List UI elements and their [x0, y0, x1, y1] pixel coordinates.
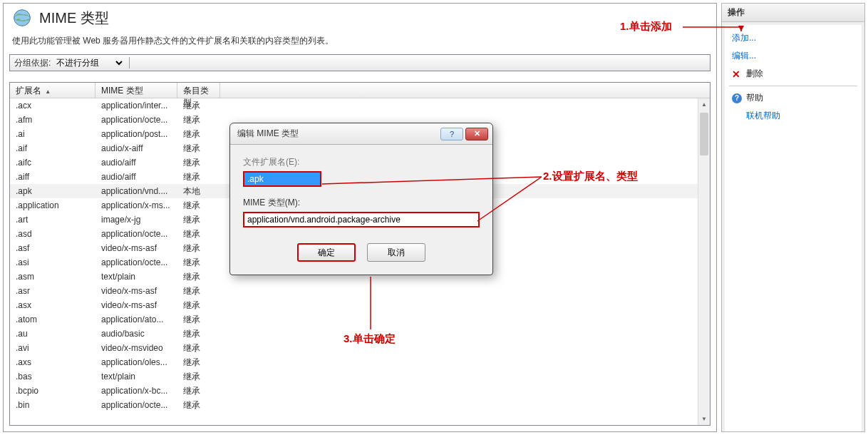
action-help[interactable]: ? 帮助: [729, 89, 857, 107]
action-add[interactable]: 添加...: [729, 29, 857, 47]
cell-ext: .axs: [10, 356, 95, 369]
action-delete[interactable]: ✕ 删除: [729, 65, 857, 83]
svg-point-0: [14, 10, 31, 26]
ok-button[interactable]: 确定: [297, 243, 356, 262]
grouping-select[interactable]: 不进行分组: [53, 57, 125, 68]
cell-type: 继承: [177, 141, 220, 156]
actions-panel: 操作 添加... 编辑... ✕ 删除 ? 帮助 联机帮助: [721, 3, 865, 432]
cell-ext: .avi: [10, 342, 95, 354]
cell-type: 本地: [177, 184, 220, 199]
cell-type: 继承: [177, 312, 220, 327]
cancel-button[interactable]: 取消: [367, 243, 425, 262]
cell-type: 继承: [177, 327, 220, 342]
cell-type: 继承: [177, 298, 220, 313]
cell-type: 继承: [177, 384, 220, 399]
grouping-bar: 分组依据: 不进行分组: [9, 54, 711, 71]
cell-ext: .afm: [10, 113, 95, 126]
vertical-scrollbar[interactable]: ▲ ▼: [698, 98, 710, 425]
table-row[interactable]: .asrvideo/x-ms-asf继承: [10, 284, 710, 298]
cell-mime: text/plain: [95, 270, 177, 283]
ext-field-input[interactable]: [243, 171, 321, 187]
cell-mime: audio/aiff: [95, 156, 177, 169]
dialog-titlebar[interactable]: 编辑 MIME 类型 ? ✕: [230, 123, 492, 145]
cell-ext: .ai: [10, 128, 95, 140]
table-row[interactable]: .acxapplication/inter...继承: [10, 98, 710, 113]
actions-title: 操作: [722, 4, 864, 22]
dialog-body: 文件扩展名(E): MIME 类型(M): 确定 取消: [230, 145, 492, 275]
cell-ext: .asf: [10, 242, 95, 255]
cell-type: 继承: [177, 198, 220, 213]
ext-field-label: 文件扩展名(E):: [243, 156, 480, 168]
scroll-thumb[interactable]: [700, 113, 708, 155]
cell-mime: application/octe...: [95, 113, 177, 126]
action-delete-label: 删除: [746, 68, 763, 80]
table-row[interactable]: .bastext/plain继承: [10, 369, 710, 384]
column-mime[interactable]: MIME 类型: [95, 83, 177, 98]
mime-field-label: MIME 类型(M):: [243, 197, 480, 209]
table-row[interactable]: .bcpioapplication/x-bc...继承: [10, 384, 710, 398]
action-online-help-label: 联机帮助: [746, 110, 780, 122]
cell-mime: video/x-ms-asf: [95, 285, 177, 297]
cell-type: 继承: [177, 255, 220, 270]
cell-ext: .asi: [10, 256, 95, 269]
table-row[interactable]: .binapplication/octe...继承: [10, 398, 710, 412]
cell-mime: audio/x-aiff: [95, 142, 177, 155]
column-type[interactable]: 条目类型: [177, 83, 220, 98]
page-header: MIME 类型: [4, 4, 716, 32]
table-row[interactable]: .auaudio/basic继承: [10, 327, 710, 341]
page-title: MIME 类型: [39, 9, 109, 28]
cell-type: 继承: [177, 284, 220, 299]
cell-ext: .au: [10, 327, 95, 340]
cell-type: 继承: [177, 369, 220, 384]
table-row[interactable]: .axsapplication/oles...继承: [10, 355, 710, 369]
cell-mime: video/x-ms-asf: [95, 242, 177, 255]
cell-mime: video/x-ms-asf: [95, 299, 177, 312]
separator: [729, 86, 857, 86]
cell-mime: audio/aiff: [95, 170, 177, 183]
cell-ext: .bas: [10, 370, 95, 383]
page-description: 使用此功能管理被 Web 服务器用作静态文件的文件扩展名和关联的内容类型的列表。: [4, 32, 716, 54]
cell-mime: image/x-jg: [95, 213, 177, 226]
cell-mime: application/oles...: [95, 356, 177, 369]
cell-mime: text/plain: [95, 370, 177, 383]
cell-mime: application/x-ms...: [95, 199, 177, 212]
cell-mime: application/octe...: [95, 256, 177, 269]
action-help-label: 帮助: [746, 92, 763, 104]
cell-ext: .application: [10, 199, 95, 212]
scroll-down-button[interactable]: ▼: [698, 413, 710, 425]
table-row[interactable]: .avivideo/x-msvideo继承: [10, 341, 710, 355]
dialog-close-button[interactable]: ✕: [465, 128, 488, 140]
cell-type: 继承: [177, 113, 220, 128]
table-row[interactable]: .atomapplication/ato...继承: [10, 312, 710, 327]
cell-type: 继承: [177, 398, 220, 413]
action-online-help[interactable]: 联机帮助: [729, 107, 857, 125]
cell-type: 继承: [177, 241, 220, 256]
cell-mime: application/vnd....: [95, 185, 177, 198]
cell-mime: application/octe...: [95, 399, 177, 411]
table-row[interactable]: .asxvideo/x-ms-asf继承: [10, 298, 710, 312]
cell-ext: .acx: [10, 99, 95, 112]
cell-type: 继承: [177, 227, 220, 242]
cell-ext: .asd: [10, 227, 95, 240]
cell-ext: .bcpio: [10, 384, 95, 397]
column-extension-label: 扩展名: [16, 86, 41, 96]
mime-field-input[interactable]: [243, 212, 480, 227]
cell-mime: video/x-msvideo: [95, 342, 177, 354]
cell-ext: .art: [10, 213, 95, 226]
edit-mime-dialog: 编辑 MIME 类型 ? ✕ 文件扩展名(E): MIME 类型(M): 确定 …: [229, 123, 493, 275]
action-add-label: 添加...: [732, 32, 756, 44]
column-extension[interactable]: 扩展名 ▲: [10, 83, 95, 98]
scroll-up-button[interactable]: ▲: [698, 98, 710, 111]
cell-type: 继承: [177, 270, 220, 285]
cell-ext: .aiff: [10, 170, 95, 183]
cell-mime: application/inter...: [95, 99, 177, 112]
action-edit[interactable]: 编辑...: [729, 47, 857, 65]
cell-type: 继承: [177, 98, 220, 113]
cell-type: 继承: [177, 355, 220, 370]
sort-asc-icon: ▲: [45, 88, 51, 95]
cell-ext: .bin: [10, 399, 95, 411]
cell-ext: .asr: [10, 285, 95, 297]
dialog-title: 编辑 MIME 类型: [237, 128, 438, 140]
dialog-help-button[interactable]: ?: [440, 128, 463, 140]
cell-type: 继承: [177, 341, 220, 356]
